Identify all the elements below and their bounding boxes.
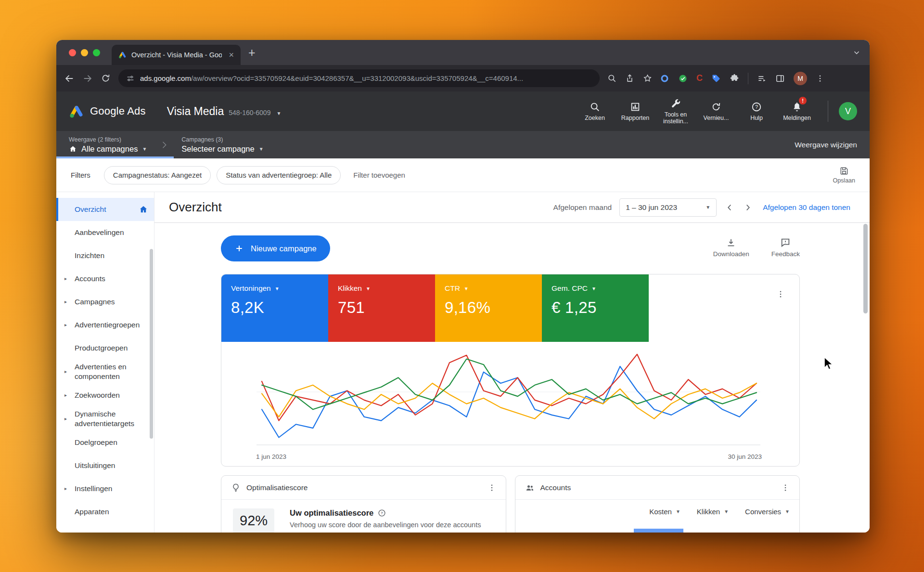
- show-last-30-days-link[interactable]: Afgelopen 30 dagen tonen: [763, 203, 850, 212]
- save-view-button[interactable]: Opslaan: [833, 166, 855, 184]
- tab-close-icon[interactable]: ×: [227, 51, 236, 59]
- metric-tile-vertoningen[interactable]: Vertoningen▼8,2K: [221, 274, 328, 342]
- previous-period-icon[interactable]: [724, 202, 735, 213]
- media-controls-icon[interactable]: [757, 74, 767, 83]
- accounts-people-icon: [525, 483, 535, 493]
- header-nav-search[interactable]: Zoeken: [575, 102, 615, 121]
- sidebar-item-apparaten[interactable]: Apparaten: [56, 500, 154, 523]
- plus-icon: [234, 244, 244, 253]
- date-range-picker[interactable]: 1 – 30 jun 2023 ▼: [619, 198, 717, 217]
- x-axis-start-label: 1 jun 2023: [256, 453, 286, 460]
- close-window-button[interactable]: [69, 49, 76, 56]
- card-menu-kebab-icon[interactable]: [781, 483, 790, 492]
- header-nav-reports[interactable]: Rapporten: [615, 102, 655, 121]
- search-tab-icon[interactable]: [607, 74, 616, 83]
- download-label: Downloaden: [713, 250, 749, 258]
- accounts-bar-segment: [634, 529, 683, 533]
- campaign-selector[interactable]: Campagnes (3) Selecteer campagne ▼: [181, 136, 263, 154]
- extension-green-check-icon[interactable]: [678, 74, 688, 83]
- chevron-down-icon: ▼: [366, 286, 371, 291]
- sidebar-item-aanbevelingen[interactable]: Aanbevelingen: [56, 221, 154, 244]
- change-view-button[interactable]: Weergave wijzigen: [795, 141, 857, 149]
- header-nav-help[interactable]: ?Hulp: [736, 102, 777, 121]
- bookmark-star-icon[interactable]: [643, 74, 652, 83]
- sidebar-item-zoekwoorden[interactable]: ▸Zoekwoorden: [56, 384, 154, 407]
- help-circle-icon[interactable]: ?: [378, 509, 386, 517]
- reload-icon[interactable]: [101, 73, 111, 83]
- add-filter-button[interactable]: Filter toevoegen: [353, 171, 405, 179]
- sidebar-item-uitsluitingen[interactable]: Uitsluitingen: [56, 454, 154, 477]
- sidebar-item-dynamische-advertentietargets[interactable]: ▸Dynamische advertentietargets: [56, 407, 154, 431]
- card-menu-kebab-icon[interactable]: [488, 483, 496, 492]
- sidebar-item-label: Accounts: [75, 274, 105, 284]
- omnibox-actions: [607, 74, 652, 83]
- sidebar-item-label: Productgroepen: [75, 343, 128, 353]
- reports-icon: [630, 102, 641, 112]
- metric-tile-gem-cpc[interactable]: Gem. CPC▼€ 1,25: [542, 274, 649, 342]
- view-selector[interactable]: Weergave (2 filters) Alle campagnes ▼: [69, 136, 147, 154]
- browser-tab[interactable]: Overzicht - Visia Media - Goo ×: [112, 45, 241, 65]
- campaign-selector-value: Selecteer campagne: [181, 144, 254, 154]
- feedback-button[interactable]: Feedback: [771, 237, 800, 258]
- google-ads-brand[interactable]: Google Ads: [69, 104, 146, 118]
- sidebar-item-inzichten[interactable]: Inzichten: [56, 244, 154, 267]
- filter-chip[interactable]: Campagnestatus: Aangezet: [104, 166, 211, 184]
- new-campaign-label: Nieuwe campagne: [251, 244, 317, 253]
- extension-tag-icon[interactable]: [711, 74, 721, 83]
- header-nav-refresh[interactable]: Vernieu...: [696, 102, 736, 121]
- extension-ring-icon[interactable]: [660, 74, 669, 83]
- accounts-dropdown-kosten[interactable]: Kosten▼: [649, 507, 680, 516]
- accounts-dropdown-klikken[interactable]: Klikken▼: [697, 507, 729, 516]
- minimize-window-button[interactable]: [81, 49, 88, 56]
- share-icon[interactable]: [625, 74, 634, 83]
- ads-account-avatar[interactable]: V: [839, 102, 857, 120]
- chevron-down-icon: ▼: [275, 286, 280, 291]
- back-icon[interactable]: [64, 73, 75, 84]
- metric-tile-klikken[interactable]: Klikken▼751: [328, 274, 435, 342]
- fullscreen-window-button[interactable]: [93, 49, 100, 56]
- optimization-score-value: 92%: [233, 508, 274, 533]
- new-campaign-button[interactable]: Nieuwe campagne: [221, 235, 330, 261]
- metric-label: CTR: [445, 284, 460, 293]
- account-picker[interactable]: Visia Media 548-160-6009 ▼: [167, 105, 282, 118]
- sidebar-item-accounts[interactable]: ▸Accounts: [56, 267, 154, 290]
- browser-menu-kebab-icon[interactable]: [816, 74, 824, 83]
- extensions-puzzle-icon[interactable]: [730, 74, 739, 83]
- card-menu-kebab-icon[interactable]: [776, 290, 785, 299]
- side-panel-icon[interactable]: [775, 74, 785, 83]
- notification-badge: !: [799, 97, 807, 104]
- sidebar-item-instellingen[interactable]: ▸Instellingen: [56, 477, 154, 500]
- help-icon: ?: [751, 102, 762, 112]
- account-name: Visia Media: [167, 105, 224, 118]
- main-scrollbar[interactable]: [863, 224, 868, 313]
- sidebar-item-label: Zoekwoorden: [75, 390, 120, 400]
- next-period-icon[interactable]: [743, 202, 753, 213]
- accounts-dropdown-conversies[interactable]: Conversies▼: [745, 507, 790, 516]
- card-title: Accounts: [540, 483, 571, 492]
- tab-search-chevron-icon[interactable]: [852, 48, 861, 57]
- sidebar-item-doelgroepen[interactable]: Doelgroepen: [56, 431, 154, 454]
- filter-chip[interactable]: Status van advertentiegroep: Alle: [217, 166, 341, 184]
- sidebar-item-productgroepen[interactable]: Productgroepen: [56, 337, 154, 360]
- header-nav-bell[interactable]: !Meldingen: [777, 102, 817, 121]
- sidebar-item-advertenties-en-componenten[interactable]: ▸Advertenties en componenten: [56, 360, 154, 384]
- optimization-score-card: Optimalisatiescore 92% Uw optimalisaties…: [221, 475, 506, 533]
- metric-tile-ctr[interactable]: CTR▼9,16%: [435, 274, 542, 342]
- sidebar-item-campagnes[interactable]: ▸Campagnes: [56, 290, 154, 313]
- sidebar-item-advertentiegroepen[interactable]: ▸Advertentiegroepen: [56, 313, 154, 337]
- site-info-tune-icon[interactable]: [126, 74, 135, 83]
- sidebar-item-overzicht[interactable]: Overzicht: [56, 198, 154, 221]
- new-tab-button[interactable]: +: [248, 47, 256, 59]
- forward-icon[interactable]: [82, 73, 93, 84]
- download-button[interactable]: Downloaden: [713, 237, 749, 258]
- address-bar[interactable]: ads.google.com/aw/overview?ocid=33570592…: [118, 69, 600, 87]
- header-nav-label: Tools en instellin...: [655, 111, 696, 125]
- extension-c-icon[interactable]: C: [696, 73, 703, 83]
- window-controls: [69, 49, 100, 56]
- browser-profile-avatar[interactable]: M: [794, 72, 807, 85]
- sidebar-item-label: Inzichten: [75, 251, 104, 260]
- header-nav-label: Hulp: [750, 115, 763, 121]
- header-nav-tools[interactable]: Tools en instellin...: [655, 98, 696, 125]
- optimization-heading: Uw optimalisatiescore: [290, 508, 373, 518]
- expand-chevron-icon: ▸: [64, 414, 67, 424]
